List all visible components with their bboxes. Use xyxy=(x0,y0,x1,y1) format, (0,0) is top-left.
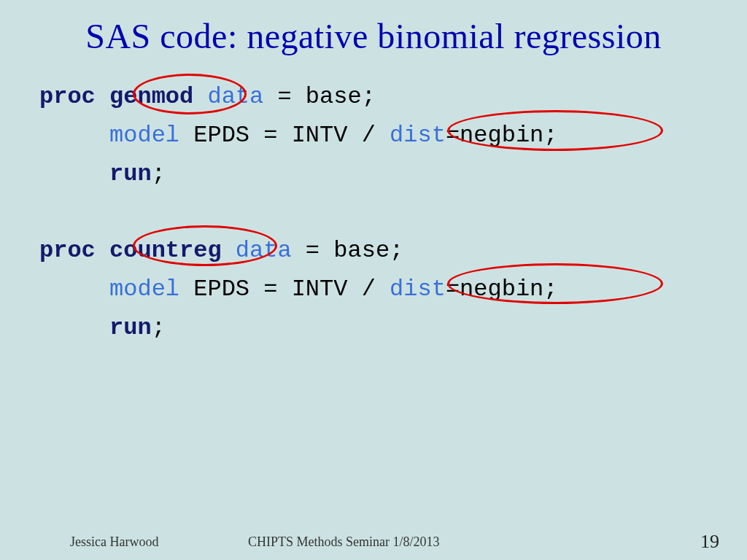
keyword-dist: dist xyxy=(390,276,446,303)
page-number: 19 xyxy=(700,531,719,553)
code-line: proc countreg data = base; xyxy=(39,232,747,271)
slide-title: SAS code: negative binomial regression xyxy=(0,0,747,56)
code-line: model EPDS = INTV / dist=negbin; xyxy=(39,117,747,155)
code-text: =negbin; xyxy=(446,276,558,303)
code-area: proc genmod data = base; model EPDS = IN… xyxy=(39,78,747,348)
footer-author: Jessica Harwood xyxy=(70,534,158,550)
proc-name: genmod xyxy=(109,83,193,110)
keyword-data: data xyxy=(236,237,292,264)
keyword-data: data xyxy=(207,83,263,110)
proc-name: countreg xyxy=(109,237,222,264)
keyword-dist: dist xyxy=(390,122,446,149)
code-text: = base; xyxy=(292,237,404,264)
keyword-proc: proc xyxy=(39,83,96,110)
code-line: model EPDS = INTV / dist=negbin; xyxy=(39,271,747,309)
code-text: EPDS = INTV / xyxy=(179,122,390,149)
keyword-model: model xyxy=(109,276,179,303)
code-text: ; xyxy=(152,160,166,187)
code-text: =negbin; xyxy=(446,122,558,149)
slide: SAS code: negative binomial regression p… xyxy=(0,0,747,560)
code-line: run; xyxy=(39,309,747,348)
keyword-proc: proc xyxy=(39,237,96,264)
keyword-run: run xyxy=(109,314,152,341)
blank-line xyxy=(39,194,747,233)
footer-venue: CHIPTS Methods Seminar 1/8/2013 xyxy=(248,534,440,550)
code-line: run; xyxy=(39,155,747,194)
code-text: ; xyxy=(152,314,166,341)
code-line: proc genmod data = base; xyxy=(39,78,747,117)
keyword-run: run xyxy=(109,160,152,187)
keyword-model: model xyxy=(109,122,179,149)
code-text: EPDS = INTV / xyxy=(179,276,390,303)
code-text: = base; xyxy=(263,83,376,110)
